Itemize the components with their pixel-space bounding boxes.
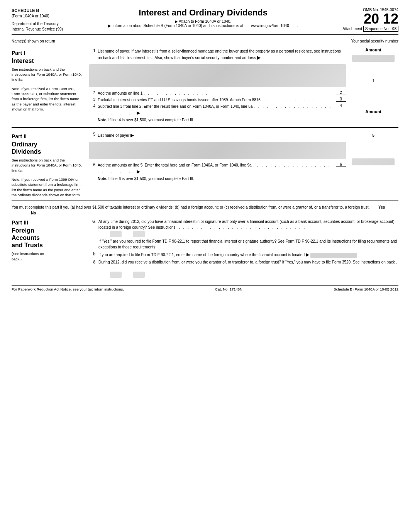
attach-line1: ▶ Attach to Form 1040A or 1040. (175, 19, 231, 24)
line7a-num: 7a (87, 219, 98, 224)
attach-row2: ▶ Information about Schedule B (Form 104… (73, 24, 333, 28)
payer2-name-redacted (89, 142, 346, 159)
note-text: If line 4 is over $1,500, you must compl… (108, 118, 194, 122)
part1-lines: 1 List name of payer. If any interest is… (87, 48, 348, 124)
footer-cat: Cat. No. 17146N (215, 287, 242, 291)
amount-header2: Amount (348, 109, 398, 115)
attach-line2: ▶ Information about Schedule B (Form 104… (108, 24, 243, 28)
line7b-num: b (87, 251, 98, 257)
line3-side: 3 (336, 97, 346, 102)
line6-arrow: ▶ (137, 169, 140, 174)
part1-label: Part I (12, 49, 83, 57)
line1-amount-num: 1 (348, 79, 398, 83)
yn-yes-label: Yes (378, 205, 385, 209)
line1-text: List name of payer. If any interest is f… (98, 48, 346, 61)
part3-label: Part III (12, 219, 83, 227)
attach-row: ▶ Attach to Form 1040A or 1040. (73, 19, 333, 24)
country-name-redacted (310, 253, 357, 258)
line2-num: 2 (89, 90, 98, 95)
part1-line1-container: 1 List name of payer. If any interest is… (89, 48, 346, 61)
part3-left: Part III Foreign Accounts and Trusts (Se… (12, 218, 87, 279)
part2-note-label: Note. (98, 177, 107, 181)
sequence-box: Sequence No. 08 (363, 26, 398, 32)
line5-text: List name of payer ▶ (98, 132, 346, 139)
line2-side: 2 (336, 90, 346, 95)
header-center: Interest and Ordinary Dividends ▶ Attach… (73, 8, 333, 28)
line7b-arrow: ▶ (306, 252, 309, 257)
yn-no-label: No (31, 211, 36, 215)
part2-lines: 5 List name of payer ▶ 6 Add the amounts… (87, 131, 348, 197)
part2-line5-container: 5 List name of payer ▶ (89, 132, 346, 139)
url: www.irs.gov/form1040 (251, 24, 289, 28)
part2-left: Part II Ordinary Dividends See instructi… (12, 131, 87, 197)
line7a-no-box (133, 231, 145, 237)
part2-name: Ordinary Dividends (12, 141, 83, 155)
line1-arrow: ▶ (257, 55, 261, 60)
header-left: SCHEDULE B (Form 1040A or 1040) Departme… (12, 8, 73, 32)
note-label: Note. (98, 118, 107, 122)
line3-dots: . . . . . . . . . . . . . . . . (264, 98, 333, 102)
line8-yn (98, 272, 398, 278)
line8-yes-box (110, 272, 122, 278)
part2-section: Part II Ordinary Dividends See instructi… (12, 131, 398, 197)
line3-text: Excludable interest on series EE and I U… (98, 97, 334, 103)
irs-label: Internal Revenue Service (99) (12, 27, 73, 32)
dot: . (297, 24, 298, 28)
section-border-1 (12, 127, 398, 128)
line6-text: Add the amounts on line 5. Enter the tot… (98, 162, 334, 175)
line6-num: 6 (89, 162, 98, 167)
part2-note-text: If line 6 is over $1,500, you must compl… (108, 177, 194, 181)
line7a-dots: . . . . . . . . . . . . . . . . . . . . … (179, 225, 306, 229)
attachment: Attachment Sequence No. 08 (333, 26, 398, 32)
part1-amount-col: Amount 1 Amount (348, 48, 398, 124)
names-label: Name(s) shown on return (12, 39, 55, 43)
line6-amount-box (352, 158, 395, 165)
part2-side-note: See instructions on back and the instruc… (12, 158, 83, 173)
payer-name-redacted (89, 64, 346, 87)
main-title: Interest and Ordinary Dividends (73, 8, 333, 18)
header: SCHEDULE B (Form 1040A or 1040) Departme… (12, 8, 398, 35)
part2-note-detail: Note. If you received a Form 1099-DIV or… (12, 177, 83, 197)
part3-section: Part III Foreign Accounts and Trusts (Se… (12, 218, 398, 279)
part2-label: Part II (12, 133, 83, 140)
line7b-text: If you are required to file Form TD F 90… (98, 251, 398, 258)
part1-note-detail: Note. If you received a Form 1099-INT, F… (12, 86, 83, 112)
line1-num: 1 (89, 48, 98, 53)
part1-name: Interest (12, 57, 83, 65)
line5-num: 5 (89, 132, 98, 136)
ssn-label: Your social security number (351, 39, 398, 43)
line7b-label-text: If "Yes," are you required to file Form … (98, 238, 398, 250)
year: 20 12 (333, 12, 398, 26)
line8-num: 8 (87, 259, 98, 265)
line4-side: 4 (336, 104, 346, 108)
part1-line4-container: 4 Subtract line 3 from line 2. Enter the… (89, 104, 346, 116)
part3-name: Foreign Accounts and Trusts (12, 227, 83, 249)
part3-right: 7a At any time during 2012, did you have… (87, 218, 398, 279)
page: SCHEDULE B (Form 1040A or 1040) Departme… (0, 0, 410, 532)
line7a-text: At any time during 2012, did you have a … (98, 219, 398, 237)
amount-header: Amount (348, 48, 398, 53)
part1-left: Part I Interest See instructions on back… (12, 48, 87, 124)
line8-no-box (133, 272, 145, 278)
part3-see: (See instructions on back.) (12, 251, 83, 262)
part2-amount-col: 5 (348, 131, 398, 197)
part1-section: Part I Interest See instructions on back… (12, 48, 398, 124)
part3-line7a: 7a At any time during 2012, did you have… (87, 219, 398, 237)
line4-num: 4 (89, 104, 98, 108)
dept-treasury: Department of the Treasury (12, 21, 73, 27)
line7a-yn (98, 231, 398, 237)
line5-arrow: ▶ (130, 133, 134, 138)
part3-line7b-label: If "Yes," are you required to file Form … (87, 238, 398, 250)
line5-side: 5 (348, 133, 398, 138)
schedule-b-title: SCHEDULE B (12, 8, 73, 14)
form-number: (Form 1040A or 1040) (12, 14, 73, 19)
part3-intro: You must complete this part if you (a) h… (12, 204, 398, 216)
name-row: Name(s) shown on return Your social secu… (12, 38, 398, 45)
footer-left: For Paperwork Reduction Act Notice, see … (12, 287, 124, 291)
line4-text: Subtract line 3 from line 2. Enter the r… (98, 104, 334, 116)
line4-arrow: ▶ (137, 110, 140, 116)
footer: For Paperwork Reduction Act Notice, see … (12, 285, 398, 291)
line8-dots: . . . . . (98, 266, 119, 270)
part3-line7b: b If you are required to file Form TD F … (87, 251, 398, 258)
footer-schedule: Schedule B (Form 1040A or 1040) 2012 (334, 287, 398, 291)
